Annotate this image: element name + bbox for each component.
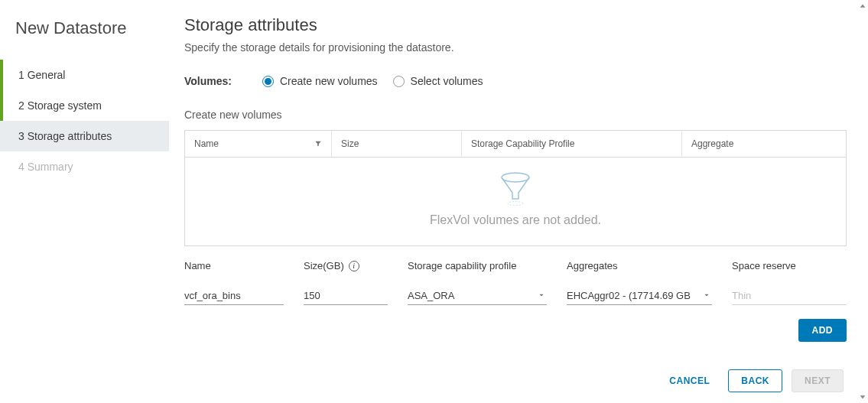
scroll-up-icon[interactable] [857, 0, 868, 12]
radio-create-new-volumes[interactable]: Create new volumes [262, 75, 378, 87]
column-scp[interactable]: Storage Capability Profile [462, 131, 682, 157]
form-col-aggregates: Aggregates [567, 260, 712, 305]
wizard-step-general[interactable]: 1 General [0, 60, 169, 90]
column-label: Storage Capability Profile [471, 138, 574, 149]
radio-icon [393, 76, 405, 87]
column-label: Name [194, 138, 219, 149]
section-subtitle: Create new volumes [184, 109, 847, 121]
cancel-button[interactable]: CANCEL [660, 369, 719, 392]
label-size: Size(GB) i [304, 260, 388, 271]
table-header: Name Size Storage Capability Profile Agg… [185, 131, 846, 158]
filter-icon[interactable] [314, 140, 322, 148]
scp-select[interactable] [408, 287, 547, 305]
label-scp: Storage capability profile [408, 260, 547, 271]
name-input[interactable] [184, 287, 284, 305]
svg-point-1 [508, 202, 523, 206]
step-label: 1 General [18, 69, 65, 81]
step-label: 2 Storage system [18, 99, 102, 112]
form-col-size: Size(GB) i [304, 260, 388, 305]
page-subtitle: Specify the storage details for provisio… [184, 41, 847, 54]
label-name: Name [184, 260, 284, 271]
back-button[interactable]: BACK [728, 369, 782, 392]
wizard-steps: 1 General 2 Storage system 3 Storage att… [0, 60, 169, 182]
table-empty-state: FlexVol volumes are not added. [185, 158, 846, 246]
volumes-radio-row: Volumes: Create new volumes Select volum… [184, 75, 847, 87]
wizard-step-storage-system[interactable]: 2 Storage system [0, 90, 169, 121]
size-input[interactable] [304, 287, 388, 305]
next-button: NEXT [792, 369, 844, 392]
form-col-scp: Storage capability profile [408, 260, 547, 305]
aggregates-select[interactable] [567, 287, 712, 305]
label-aggregates: Aggregates [567, 260, 712, 271]
form-col-space-reserve: Space reserve [732, 260, 847, 305]
volumes-table: Name Size Storage Capability Profile Agg… [184, 130, 847, 246]
form-col-name: Name [184, 260, 284, 305]
empty-message: FlexVol volumes are not added. [185, 213, 846, 227]
column-label: Aggregate [691, 138, 733, 149]
add-row: ADD [184, 319, 847, 342]
column-name[interactable]: Name [185, 131, 332, 157]
column-size[interactable]: Size [332, 131, 462, 157]
label-text: Size(GB) [304, 260, 344, 271]
column-label: Size [341, 138, 359, 149]
page-title: Storage attributes [184, 15, 847, 35]
funnel-icon [499, 171, 532, 209]
step-label: 3 Storage attributes [18, 130, 112, 142]
radio-label: Create new volumes [280, 75, 378, 87]
scrollbar[interactable] [857, 0, 868, 403]
step-label: 4 Summary [18, 161, 73, 173]
wizard-sidebar: New Datastore 1 General 2 Storage system… [0, 0, 169, 403]
wizard-step-summary: 4 Summary [0, 151, 169, 182]
radio-select-volumes[interactable]: Select volumes [393, 75, 483, 87]
add-button[interactable]: ADD [798, 319, 847, 342]
wizard-title: New Datastore [0, 18, 169, 38]
radio-icon [262, 76, 274, 87]
add-volume-form: Name Size(GB) i Storage capability profi… [184, 246, 847, 305]
info-icon[interactable]: i [349, 261, 359, 271]
wizard-step-storage-attributes[interactable]: 3 Storage attributes [0, 121, 169, 151]
svg-point-0 [502, 173, 529, 182]
radio-label: Select volumes [411, 75, 483, 87]
scroll-down-icon[interactable] [857, 391, 868, 403]
main-content: Storage attributes Specify the storage d… [169, 0, 868, 403]
label-space-reserve: Space reserve [732, 260, 847, 271]
column-aggregate[interactable]: Aggregate [682, 131, 846, 157]
wizard-footer: CANCEL BACK NEXT [184, 360, 847, 403]
volumes-label: Volumes: [184, 75, 232, 87]
space-reserve-field [732, 287, 847, 305]
